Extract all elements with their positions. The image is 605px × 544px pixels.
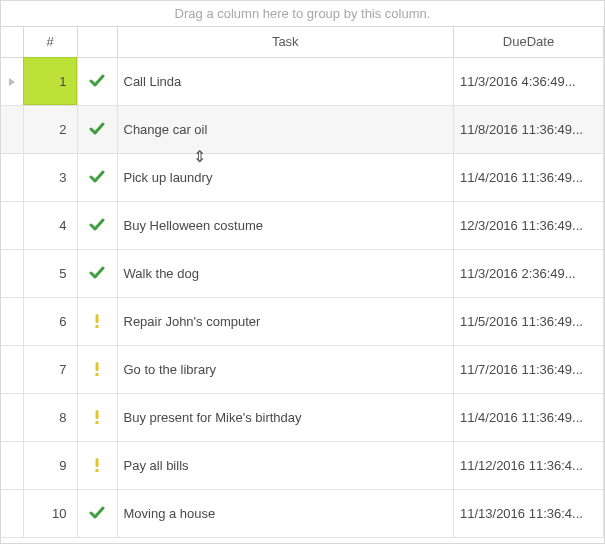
cell-status[interactable] [77,249,117,297]
header-status[interactable] [77,27,117,57]
row-indicator [1,345,23,393]
cell-task[interactable]: Change car oil [117,105,454,153]
checkmark-icon [89,121,105,137]
cell-status[interactable] [77,57,117,105]
grid-table: # Task DueDate 1Call Linda11/3/2016 4:36… [1,27,604,538]
cell-due-date[interactable]: 11/3/2016 4:36:49... [454,57,604,105]
checkmark-icon [89,217,105,233]
table-row[interactable]: 7Go to the library11/7/2016 11:36:49... [1,345,604,393]
cell-status[interactable] [77,153,117,201]
svg-point-5 [95,421,99,425]
table-row[interactable]: 6Repair John's computer11/5/2016 11:36:4… [1,297,604,345]
header-due-date[interactable]: DueDate [454,27,604,57]
cell-task[interactable]: Go to the library [117,345,454,393]
row-indicator [1,393,23,441]
table-row[interactable]: 1Call Linda11/3/2016 4:36:49... [1,57,604,105]
cell-due-date[interactable]: 11/13/2016 11:36:4... [454,489,604,537]
svg-rect-2 [96,362,99,371]
table-row[interactable]: 2Change car oil11/8/2016 11:36:49... [1,105,604,153]
cell-number[interactable]: 3 [23,153,77,201]
header-task[interactable]: Task [117,27,454,57]
cell-task[interactable]: Pick up laundry [117,153,454,201]
row-indicator [1,201,23,249]
exclamation-icon [89,409,105,425]
row-indicator [1,489,23,537]
cell-task[interactable]: Walk the dog [117,249,454,297]
header-row-indicator [1,27,23,57]
checkmark-icon [89,73,105,89]
table-row[interactable]: 9Pay all bills11/12/2016 11:36:4... [1,441,604,489]
cell-due-date[interactable]: 12/3/2016 11:36:49... [454,201,604,249]
exclamation-icon [89,457,105,473]
row-indicator [1,297,23,345]
svg-rect-6 [96,458,99,467]
cell-task[interactable]: Repair John's computer [117,297,454,345]
cell-status[interactable] [77,105,117,153]
svg-point-3 [95,373,99,377]
cell-status[interactable] [77,345,117,393]
cell-status[interactable] [77,489,117,537]
cell-due-date[interactable]: 11/3/2016 2:36:49... [454,249,604,297]
cell-due-date[interactable]: 11/7/2016 11:36:49... [454,345,604,393]
table-row[interactable]: 8Buy present for Mike's birthday11/4/201… [1,393,604,441]
cell-task[interactable]: Pay all bills [117,441,454,489]
table-row[interactable]: 10Moving a house11/13/2016 11:36:4... [1,489,604,537]
header-number[interactable]: # [23,27,77,57]
table-row[interactable]: 4Buy Helloween costume12/3/2016 11:36:49… [1,201,604,249]
svg-rect-4 [96,410,99,419]
cell-number[interactable]: 7 [23,345,77,393]
grid-scroll-area[interactable]: # Task DueDate 1Call Linda11/3/2016 4:36… [1,27,604,543]
checkmark-icon [89,265,105,281]
row-indicator [1,105,23,153]
group-by-panel[interactable]: Drag a column here to group by this colu… [1,1,604,27]
cell-due-date[interactable]: 11/4/2016 11:36:49... [454,153,604,201]
cell-number[interactable]: 2 [23,105,77,153]
cell-status[interactable] [77,297,117,345]
header-row: # Task DueDate [1,27,604,57]
cell-number[interactable]: 5 [23,249,77,297]
cell-due-date[interactable]: 11/8/2016 11:36:49... [454,105,604,153]
cell-status[interactable] [77,201,117,249]
checkmark-icon [89,505,105,521]
cell-task[interactable]: Moving a house [117,489,454,537]
cell-number[interactable]: 8 [23,393,77,441]
cell-status[interactable] [77,393,117,441]
cell-number[interactable]: 6 [23,297,77,345]
cell-task[interactable]: Call Linda [117,57,454,105]
table-row[interactable]: 5Walk the dog11/3/2016 2:36:49... [1,249,604,297]
exclamation-icon [89,361,105,377]
svg-point-1 [95,325,99,329]
row-indicator [1,57,23,105]
svg-rect-0 [96,314,99,323]
cell-number[interactable]: 9 [23,441,77,489]
cell-number[interactable]: 10 [23,489,77,537]
cell-due-date[interactable]: 11/5/2016 11:36:49... [454,297,604,345]
exclamation-icon [89,313,105,329]
table-row[interactable]: 3Pick up laundry11/4/2016 11:36:49... [1,153,604,201]
row-indicator [1,153,23,201]
cell-number[interactable]: 1 [23,57,77,105]
data-grid: Drag a column here to group by this colu… [0,0,605,544]
cell-due-date[interactable]: 11/4/2016 11:36:49... [454,393,604,441]
current-row-arrow-icon [9,78,15,86]
cell-due-date[interactable]: 11/12/2016 11:36:4... [454,441,604,489]
cell-number[interactable]: 4 [23,201,77,249]
cell-status[interactable] [77,441,117,489]
row-indicator [1,249,23,297]
cell-task[interactable]: Buy Helloween costume [117,201,454,249]
cell-task[interactable]: Buy present for Mike's birthday [117,393,454,441]
row-indicator [1,441,23,489]
svg-point-7 [95,469,99,473]
checkmark-icon [89,169,105,185]
